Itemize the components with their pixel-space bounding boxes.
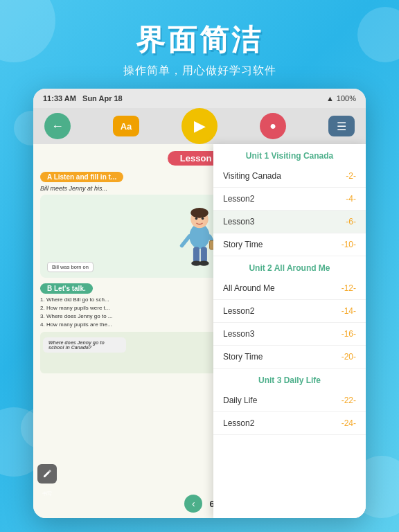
toc-label-visiting-canada: Visiting Canada xyxy=(223,171,281,181)
title-section: 界面简洁 操作简单，用心做好学习软件 xyxy=(0,0,399,84)
bottom-question: Where does Jenny go to school in Canada? xyxy=(43,337,126,353)
toc-item-unit2-lesson3[interactable]: Lesson3 -16- xyxy=(213,323,366,346)
toc-page-unit2-lesson2: -14- xyxy=(342,306,356,316)
toc-panel: Unit 1 Visiting Canada Visiting Canada -… xyxy=(213,144,366,518)
device-frame: 11:33 AM Sun Apr 18 ▲ 100% ← Aa ▶ ● ☰ Le… xyxy=(33,89,366,518)
svg-point-4 xyxy=(202,218,204,220)
toc-page-daily-life: -22- xyxy=(342,396,356,405)
toc-item-daily-life[interactable]: Daily Life -22- xyxy=(213,389,366,412)
toc-label-unit1-lesson2: Lesson2 xyxy=(223,194,254,204)
font-button[interactable]: Aa xyxy=(113,116,139,136)
content-area: Lesson 3 A Listen and fill in t... Bill … xyxy=(33,144,366,518)
toc-label-unit2-storytime: Story Time xyxy=(223,352,263,362)
toc-label-unit2-lesson2: Lesson2 xyxy=(223,306,254,316)
toc-item-unit2-storytime[interactable]: Story Time -20- xyxy=(213,346,366,369)
born-box: Bill was born on xyxy=(47,262,94,272)
section-b-badge: B Let's talk. xyxy=(40,283,93,294)
toc-page-visiting-canada: -2- xyxy=(346,171,356,181)
toc-item-unit1-lesson2[interactable]: Lesson2 -4- xyxy=(213,188,366,211)
svg-line-5 xyxy=(182,236,190,246)
toc-item-unit1-storytime[interactable]: Story Time -10- xyxy=(213,233,366,256)
toc-item-unit1-lesson3[interactable]: Lesson3 -6- xyxy=(213,211,366,233)
toc-label-unit1-storytime: Story Time xyxy=(223,240,263,249)
toc-page-unit3-lesson2: -24- xyxy=(342,418,356,428)
main-title: 界面简洁 xyxy=(0,21,399,60)
toc-label-unit1-lesson3: Lesson3 xyxy=(223,217,254,227)
svg-point-3 xyxy=(195,218,198,220)
toc-item-unit3-lesson2[interactable]: Lesson2 -24- xyxy=(213,412,366,435)
toc-label-unit2-lesson3: Lesson3 xyxy=(223,329,254,339)
toc-label-unit3-lesson2: Lesson2 xyxy=(223,418,254,428)
status-right: ▲ 100% xyxy=(326,94,356,103)
toc-page-unit2-storytime: -20- xyxy=(342,352,356,362)
svg-rect-8 xyxy=(201,247,207,263)
app-toolbar: ← Aa ▶ ● ☰ xyxy=(33,108,366,144)
status-time: 11:33 AM Sun Apr 18 xyxy=(43,94,123,103)
svg-point-2 xyxy=(190,208,208,218)
toc-unit3-header: Unit 3 Daily Life xyxy=(213,369,366,389)
record-button[interactable]: ● xyxy=(260,113,286,139)
wifi-icon: ▲ xyxy=(326,94,334,103)
toc-arrow xyxy=(341,144,355,152)
toc-unit2-header: Unit 2 All Around Me xyxy=(213,256,366,277)
menu-button[interactable]: ☰ xyxy=(328,116,355,136)
play-button[interactable]: ▶ xyxy=(181,108,218,144)
toc-item-all-around-me[interactable]: All Around Me -12- xyxy=(213,277,366,300)
toc-page-all-around-me: -12- xyxy=(342,283,356,293)
status-bar: 11:33 AM Sun Apr 18 ▲ 100% xyxy=(33,89,366,108)
toc-page-unit1-lesson2: -4- xyxy=(346,194,356,204)
battery-icon: 100% xyxy=(337,94,356,103)
svg-point-10 xyxy=(199,260,209,265)
pencil-button[interactable] xyxy=(37,464,57,484)
toc-item-visiting-canada[interactable]: Visiting Canada -2- xyxy=(213,165,366,188)
toc-page-unit1-lesson3: -6- xyxy=(346,217,356,227)
toc-page-unit1-storytime: -10- xyxy=(342,240,356,249)
toc-item-unit2-lesson2[interactable]: Lesson2 -14- xyxy=(213,300,366,323)
sub-title: 操作简单，用心做好学习软件 xyxy=(0,64,399,78)
toc-label-daily-life: Daily Life xyxy=(223,396,257,405)
section-a-badge: A Listen and fill in t... xyxy=(40,172,123,182)
svg-rect-7 xyxy=(193,247,200,263)
back-button[interactable]: ← xyxy=(44,113,71,139)
pencil-icon xyxy=(42,469,52,479)
prev-page-button[interactable]: ‹ xyxy=(184,495,202,513)
toc-label-all-around-me: All Around Me xyxy=(223,283,275,293)
toc-page-unit2-lesson3: -16- xyxy=(342,329,356,339)
